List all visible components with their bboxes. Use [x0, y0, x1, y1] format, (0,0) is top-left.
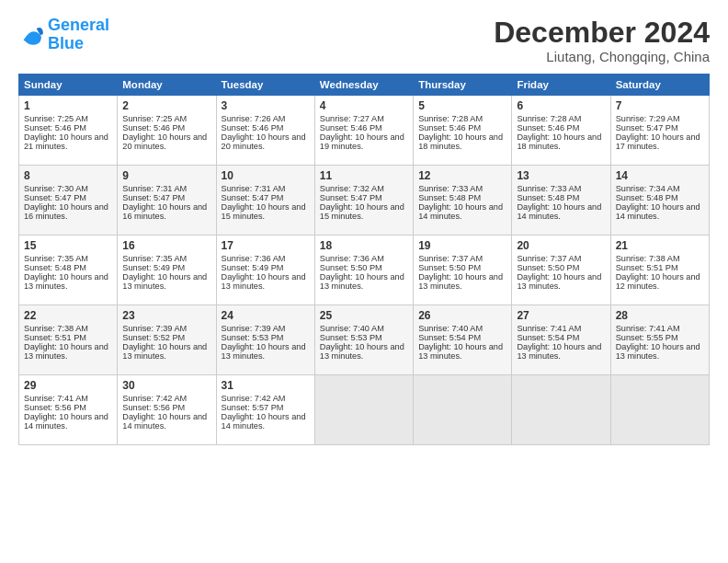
- calendar-week-1: 1Sunrise: 7:25 AMSunset: 5:46 PMDaylight…: [19, 96, 710, 166]
- table-row: 27Sunrise: 7:41 AMSunset: 5:54 PMDayligh…: [512, 305, 610, 375]
- month-title: December 2024: [494, 17, 710, 49]
- calendar-body: 1Sunrise: 7:25 AMSunset: 5:46 PMDaylight…: [19, 96, 710, 445]
- calendar-page: General Blue December 2024 Liutang, Chon…: [0, 0, 728, 563]
- table-row: 26Sunrise: 7:40 AMSunset: 5:54 PMDayligh…: [414, 305, 512, 375]
- table-row: 13Sunrise: 7:33 AMSunset: 5:48 PMDayligh…: [512, 166, 610, 236]
- table-row: 5Sunrise: 7:28 AMSunset: 5:46 PMDaylight…: [414, 96, 512, 166]
- table-row: 19Sunrise: 7:37 AMSunset: 5:50 PMDayligh…: [414, 236, 512, 305]
- calendar-week-2: 8Sunrise: 7:30 AMSunset: 5:47 PMDaylight…: [19, 166, 710, 236]
- logo-name-part1: General: [48, 16, 109, 34]
- table-row: 29Sunrise: 7:41 AMSunset: 5:56 PMDayligh…: [19, 375, 118, 445]
- col-wednesday: Wednesday: [314, 75, 413, 96]
- table-row: 14Sunrise: 7:34 AMSunset: 5:48 PMDayligh…: [610, 166, 709, 236]
- logo-name-part2: Blue: [48, 34, 84, 52]
- calendar-week-3: 15Sunrise: 7:35 AMSunset: 5:48 PMDayligh…: [19, 236, 710, 305]
- location-subtitle: Liutang, Chongqing, China: [494, 49, 710, 64]
- table-row: 25Sunrise: 7:40 AMSunset: 5:53 PMDayligh…: [314, 305, 413, 375]
- table-row: 31Sunrise: 7:42 AMSunset: 5:57 PMDayligh…: [216, 375, 314, 445]
- col-monday: Monday: [118, 75, 216, 96]
- table-row: 17Sunrise: 7:36 AMSunset: 5:49 PMDayligh…: [216, 236, 314, 305]
- table-row: 20Sunrise: 7:37 AMSunset: 5:50 PMDayligh…: [512, 236, 610, 305]
- table-row: 28Sunrise: 7:41 AMSunset: 5:55 PMDayligh…: [610, 305, 709, 375]
- table-row: 21Sunrise: 7:38 AMSunset: 5:51 PMDayligh…: [610, 236, 709, 305]
- col-friday: Friday: [512, 75, 610, 96]
- calendar-week-5: 29Sunrise: 7:41 AMSunset: 5:56 PMDayligh…: [19, 375, 710, 445]
- table-row: 23Sunrise: 7:39 AMSunset: 5:52 PMDayligh…: [118, 305, 216, 375]
- calendar-week-4: 22Sunrise: 7:38 AMSunset: 5:51 PMDayligh…: [19, 305, 710, 375]
- table-row: 15Sunrise: 7:35 AMSunset: 5:48 PMDayligh…: [19, 236, 118, 305]
- table-row: [512, 375, 610, 445]
- calendar-header: Sunday Monday Tuesday Wednesday Thursday…: [19, 75, 710, 96]
- header: General Blue December 2024 Liutang, Chon…: [18, 17, 710, 64]
- logo: General Blue: [18, 17, 109, 53]
- table-row: 2Sunrise: 7:25 AMSunset: 5:46 PMDaylight…: [118, 96, 216, 166]
- table-row: 22Sunrise: 7:38 AMSunset: 5:51 PMDayligh…: [19, 305, 118, 375]
- table-row: [414, 375, 512, 445]
- table-row: 8Sunrise: 7:30 AMSunset: 5:47 PMDaylight…: [19, 166, 118, 236]
- table-row: 24Sunrise: 7:39 AMSunset: 5:53 PMDayligh…: [216, 305, 314, 375]
- table-row: 9Sunrise: 7:31 AMSunset: 5:47 PMDaylight…: [118, 166, 216, 236]
- table-row: 11Sunrise: 7:32 AMSunset: 5:47 PMDayligh…: [314, 166, 413, 236]
- table-row: 7Sunrise: 7:29 AMSunset: 5:47 PMDaylight…: [610, 96, 709, 166]
- header-row: Sunday Monday Tuesday Wednesday Thursday…: [19, 75, 710, 96]
- table-row: 16Sunrise: 7:35 AMSunset: 5:49 PMDayligh…: [118, 236, 216, 305]
- table-row: 18Sunrise: 7:36 AMSunset: 5:50 PMDayligh…: [314, 236, 413, 305]
- table-row: 3Sunrise: 7:26 AMSunset: 5:46 PMDaylight…: [216, 96, 314, 166]
- col-sunday: Sunday: [19, 75, 118, 96]
- col-saturday: Saturday: [610, 75, 709, 96]
- table-row: 10Sunrise: 7:31 AMSunset: 5:47 PMDayligh…: [216, 166, 314, 236]
- table-row: 12Sunrise: 7:33 AMSunset: 5:48 PMDayligh…: [414, 166, 512, 236]
- table-row: 4Sunrise: 7:27 AMSunset: 5:46 PMDaylight…: [314, 96, 413, 166]
- table-row: [610, 375, 709, 445]
- calendar-table: Sunday Monday Tuesday Wednesday Thursday…: [18, 74, 710, 445]
- table-row: [314, 375, 413, 445]
- title-block: December 2024 Liutang, Chongqing, China: [494, 17, 710, 64]
- logo-icon: [18, 22, 44, 48]
- col-tuesday: Tuesday: [216, 75, 314, 96]
- col-thursday: Thursday: [414, 75, 512, 96]
- table-row: 30Sunrise: 7:42 AMSunset: 5:56 PMDayligh…: [118, 375, 216, 445]
- table-row: 6Sunrise: 7:28 AMSunset: 5:46 PMDaylight…: [512, 96, 610, 166]
- table-row: 1Sunrise: 7:25 AMSunset: 5:46 PMDaylight…: [19, 96, 118, 166]
